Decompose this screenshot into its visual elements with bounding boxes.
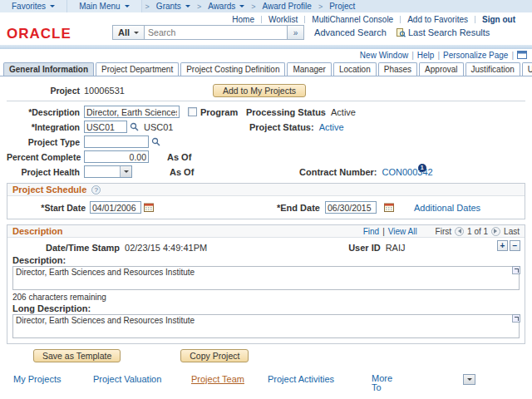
search-scope-select[interactable]: All <box>112 25 145 40</box>
integration-field-row: *Integration USC01 Project Status: Activ… <box>7 121 525 133</box>
add-row-button[interactable]: + <box>497 240 508 251</box>
more-dropdown-button[interactable] <box>463 374 475 385</box>
chevron-down-icon <box>134 32 139 37</box>
description-label: *Description <box>7 107 80 117</box>
integration-input[interactable] <box>84 121 127 133</box>
page-content: Project 10006531 Add to My Projects *Des… <box>0 76 532 399</box>
description-textarea[interactable]: Director, Earth Sciences and Resources I… <box>12 266 520 290</box>
program-checkbox[interactable] <box>188 107 197 116</box>
new-window-link[interactable]: New Window <box>360 51 408 60</box>
chevron-down-icon <box>467 378 472 383</box>
tab-bar: General Information Project Department P… <box>0 61 532 76</box>
tab-justification[interactable]: Justification <box>466 62 520 76</box>
previous-row-button[interactable] <box>455 227 464 236</box>
project-type-input[interactable] <box>84 135 149 148</box>
breadcrumb-separator: > <box>248 2 259 11</box>
lookup-icon[interactable] <box>151 137 160 146</box>
breadcrumb-separator: > <box>194 2 204 11</box>
tab-general-information[interactable]: General Information <box>3 62 94 76</box>
awards-label: Awards <box>208 2 235 11</box>
chars-remaining: 206 characters remaining <box>12 293 520 302</box>
dropdown-button[interactable] <box>120 166 131 177</box>
project-status-link[interactable]: Active <box>319 122 344 132</box>
next-row-button[interactable] <box>491 227 500 236</box>
tab-project-department[interactable]: Project Department <box>96 62 179 76</box>
tab-location[interactable]: Location <box>333 62 377 76</box>
view-all-link[interactable]: View All <box>388 227 417 236</box>
home-link[interactable]: Home <box>225 15 261 24</box>
calendar-icon[interactable] <box>384 203 394 212</box>
help-icon[interactable]: ? <box>91 185 101 195</box>
breadcrumb-item-project[interactable]: Project <box>326 2 358 11</box>
last-search-results-label: Last Search Results <box>408 27 490 37</box>
help-link[interactable]: Help <box>417 51 435 60</box>
breadcrumb-item-grants[interactable]: Grants <box>153 2 194 11</box>
row-action-buttons: + − <box>497 240 520 251</box>
divider: | <box>382 227 385 236</box>
breadcrumb-separator: > <box>315 2 326 11</box>
divider: | <box>437 51 440 60</box>
description-input[interactable] <box>84 106 180 118</box>
long-description-textarea[interactable]: Director, Earth Sciences and Resources I… <box>12 314 520 338</box>
utility-links: New Window | Help | Personalize Page | <box>0 49 532 61</box>
save-as-template-button[interactable]: Save as Template <box>33 349 121 362</box>
divider <box>7 101 525 101</box>
description-field-row: *Description Program Processing Status A… <box>7 106 525 118</box>
add-to-my-projects-button[interactable]: Add to My Projects <box>213 84 306 97</box>
project-health-select[interactable] <box>84 165 132 178</box>
last-search-results-link[interactable]: Last Search Results <box>397 27 490 37</box>
expand-textarea-icon[interactable] <box>512 314 520 323</box>
project-crumb-label: Project <box>329 2 355 11</box>
copy-project-button[interactable]: Copy Project <box>180 349 249 362</box>
search-go-button[interactable]: » <box>288 25 304 40</box>
project-id-value: 10006531 <box>84 86 125 96</box>
personalize-page-link[interactable]: Personalize Page <box>443 51 508 60</box>
to-label: To <box>372 382 382 392</box>
percent-complete-field-row: Percent Complete As Of <box>7 150 525 163</box>
advanced-search-link[interactable]: Advanced Search <box>314 27 387 37</box>
project-team-link[interactable]: Project Team <box>191 374 244 384</box>
tab-project-costing-definition[interactable]: Project Costing Definition <box>180 62 285 76</box>
annotation-badge[interactable]: 1 <box>418 164 426 172</box>
row-navigation: Find | View All First 1 of 1 Last <box>363 227 520 236</box>
tab-user-fields[interactable]: User Fields <box>522 62 532 76</box>
breadcrumb-main-menu[interactable]: Main Menu <box>67 0 141 12</box>
description-textarea-label: Description: <box>12 255 520 265</box>
find-link[interactable]: Find <box>363 227 379 236</box>
percent-complete-input[interactable] <box>84 150 149 163</box>
worklist-link[interactable]: Worklist <box>262 15 304 24</box>
calendar-icon[interactable] <box>144 203 154 212</box>
tab-approval[interactable]: Approval <box>419 62 463 76</box>
my-projects-link[interactable]: My Projects <box>13 374 61 384</box>
first-label: First <box>436 227 451 236</box>
long-description-label: Long Description: <box>12 303 520 313</box>
tab-phases[interactable]: Phases <box>378 62 417 76</box>
lookup-icon[interactable] <box>130 122 139 131</box>
tab-manager[interactable]: Manager <box>287 62 331 76</box>
processing-status: Processing Status Active <box>246 107 356 117</box>
search-bar: All » Advanced Search Last Search Result… <box>112 25 490 40</box>
multichannel-console-link[interactable]: MultiChannel Console <box>305 15 400 24</box>
add-to-favorites-link[interactable]: Add to Favorites <box>401 15 475 24</box>
contract-number: Contract Number: CON000342 1 <box>299 167 433 177</box>
additional-dates-link[interactable]: Additional Dates <box>414 203 480 213</box>
top-links: Home Worklist MultiChannel Console Add t… <box>0 12 532 24</box>
project-valuation-link[interactable]: Project Valuation <box>93 374 161 384</box>
expand-textarea-icon[interactable] <box>512 266 520 274</box>
breadcrumb-item-awards[interactable]: Awards <box>204 2 248 11</box>
breadcrumb-item-award-profile[interactable]: Award Profile <box>259 2 315 11</box>
contract-number-label: Contract Number: <box>299 167 377 177</box>
main-menu-label: Main Menu <box>79 2 120 11</box>
description-section: Description Find | View All First 1 of 1… <box>7 224 525 344</box>
delete-row-button[interactable]: − <box>510 240 520 251</box>
breadcrumb-favorites-menu[interactable]: Favorites <box>0 0 67 12</box>
project-schedule-body: *Start Date *End Date <box>7 196 525 219</box>
end-date-input[interactable] <box>325 201 377 214</box>
as-of-label: As Of <box>170 167 194 177</box>
sign-out-link[interactable]: Sign out <box>475 15 522 24</box>
description-title: Description <box>12 226 63 236</box>
start-date-input[interactable] <box>90 201 141 214</box>
new-window-icon[interactable] <box>517 51 527 59</box>
project-activities-link[interactable]: Project Activities <box>268 374 334 384</box>
search-input[interactable] <box>145 25 288 40</box>
